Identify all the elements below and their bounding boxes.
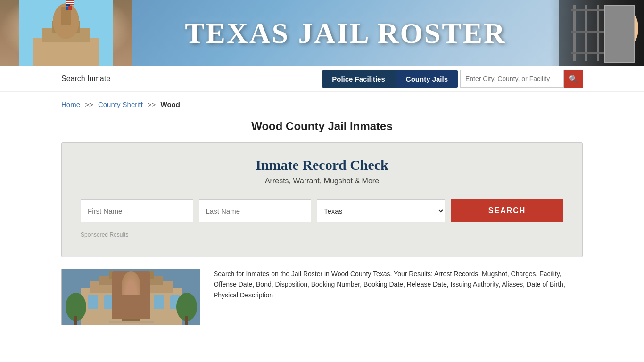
bottom-section: Search for Inmates on the Jail Roster in… <box>0 257 644 337</box>
page-title: Wood County Jail Inmates <box>0 113 644 142</box>
search-panel-subtitle: Arrests, Warrant, Mugshot & More <box>81 177 563 185</box>
navbar: Search Inmate Police Facilities County J… <box>0 66 644 92</box>
bottom-description: Search for Inmates on the Jail Roster in… <box>214 269 583 325</box>
svg-rect-19 <box>609 5 611 61</box>
last-name-input[interactable] <box>199 199 312 222</box>
sponsored-label: Sponsored Results <box>81 231 563 238</box>
capitol-svg <box>19 0 113 66</box>
search-button[interactable]: SEARCH <box>451 199 563 222</box>
svg-rect-8 <box>66 1 74 2</box>
svg-rect-41 <box>104 323 158 325</box>
svg-rect-10 <box>66 3 74 4</box>
svg-rect-9 <box>66 2 74 3</box>
svg-rect-35 <box>121 295 131 309</box>
breadcrumb-county-sheriff[interactable]: County Sheriff <box>98 100 143 108</box>
breadcrumb-sep2: >> <box>148 100 156 108</box>
svg-rect-37 <box>154 295 164 309</box>
first-name-input[interactable] <box>81 199 193 222</box>
banner-capitol-image <box>0 0 132 66</box>
nav-search-button[interactable]: 🔍 <box>564 70 583 88</box>
svg-rect-25 <box>631 18 633 30</box>
svg-rect-13 <box>68 6 72 10</box>
svg-rect-22 <box>571 52 613 54</box>
svg-rect-26 <box>629 24 635 25</box>
nav-search-label: Search Inmate <box>61 74 110 83</box>
jail-keys-svg <box>559 0 644 66</box>
state-select[interactable]: Texas Alabama Alaska Arizona Arkansas Ca… <box>317 199 445 222</box>
search-fields: Texas Alabama Alaska Arizona Arkansas Ca… <box>81 199 563 222</box>
svg-rect-21 <box>571 31 613 33</box>
search-panel-title: Inmate Record Check <box>81 157 563 173</box>
nav-search-box: 🔍 <box>460 70 583 88</box>
svg-rect-36 <box>137 295 148 309</box>
tab-police-facilities[interactable]: Police Facilities <box>322 70 396 88</box>
svg-rect-32 <box>109 272 154 279</box>
svg-rect-33 <box>88 295 98 309</box>
svg-rect-27 <box>629 27 634 29</box>
breadcrumb: Home >> County Sheriff >> Wood <box>0 92 644 113</box>
svg-rect-11 <box>66 4 70 6</box>
breadcrumb-sep1: >> <box>85 100 93 108</box>
breadcrumb-current: Wood <box>161 100 180 108</box>
nav-tabs: Police Facilities County Jails <box>322 70 458 88</box>
courthouse-svg <box>62 269 200 325</box>
bottom-building-image <box>61 269 200 325</box>
banner: Texas Jail Roster <box>0 0 644 66</box>
svg-rect-43 <box>74 316 77 325</box>
svg-rect-20 <box>571 9 613 11</box>
banner-title: Texas Jail Roster <box>185 16 506 50</box>
svg-rect-45 <box>185 316 188 325</box>
search-icon: 🔍 <box>569 74 578 83</box>
banner-right-image <box>550 0 644 66</box>
nav-search-input[interactable] <box>460 70 564 88</box>
search-panel: Inmate Record Check Arrests, Warrant, Mu… <box>61 142 583 257</box>
svg-point-23 <box>621 12 638 45</box>
tab-county-jails[interactable]: County Jails <box>396 70 458 88</box>
svg-rect-34 <box>104 295 115 309</box>
breadcrumb-home[interactable]: Home <box>61 100 80 108</box>
